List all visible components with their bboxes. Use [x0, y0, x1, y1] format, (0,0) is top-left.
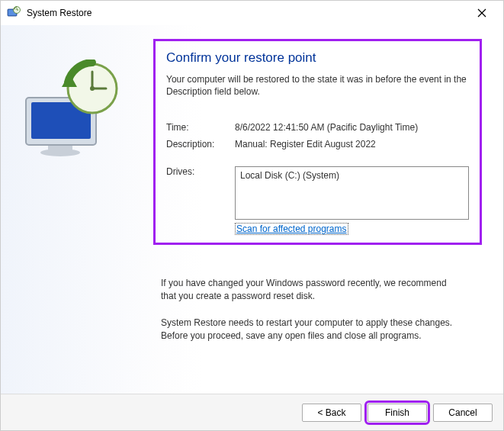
svg-point-9	[40, 149, 80, 156]
scan-link-row: Scan for affected programs	[166, 223, 469, 235]
description-value: Manual: Register Edit August 2022	[235, 139, 469, 150]
highlighted-section: Confirm your restore point Your computer…	[153, 39, 482, 245]
window-title: System Restore	[27, 8, 467, 18]
system-restore-window: System Restore C	[0, 0, 504, 431]
main-content: Confirm your restore point Your computer…	[146, 25, 503, 394]
close-button[interactable]	[467, 2, 497, 24]
scan-programs-link[interactable]: Scan for affected programs	[235, 223, 348, 235]
time-label: Time:	[166, 122, 235, 133]
close-icon	[477, 8, 486, 18]
drives-list: Local Disk (C:) (System)	[235, 166, 469, 220]
restore-monitor-icon	[24, 60, 127, 159]
time-row: Time: 8/6/2022 12:41:50 AM (Pacific Dayl…	[166, 122, 469, 133]
description-label: Description:	[166, 139, 235, 150]
svg-point-13	[90, 86, 95, 91]
intro-text: Your computer will be restored to the st…	[166, 73, 469, 98]
time-value: 8/6/2022 12:41:50 AM (Pacific Daylight T…	[235, 122, 469, 133]
dialog-body: Confirm your restore point Your computer…	[1, 25, 503, 394]
button-bar: < Back Finish Cancel	[1, 394, 503, 430]
titlebar: System Restore	[1, 1, 503, 25]
back-button[interactable]: < Back	[302, 404, 361, 422]
password-note: If you have changed your Windows passwor…	[153, 277, 482, 303]
sidebar	[1, 25, 146, 394]
system-restore-icon	[7, 6, 21, 20]
restart-note: System Restore needs to restart your com…	[153, 317, 482, 343]
cancel-button[interactable]: Cancel	[433, 404, 493, 422]
drives-label: Drives:	[166, 166, 235, 177]
finish-button[interactable]: Finish	[368, 404, 427, 422]
page-heading: Confirm your restore point	[166, 50, 469, 66]
drives-row: Drives: Local Disk (C:) (System)	[166, 166, 469, 220]
description-row: Description: Manual: Register Edit Augus…	[166, 139, 469, 150]
drive-item: Local Disk (C:) (System)	[240, 170, 464, 181]
